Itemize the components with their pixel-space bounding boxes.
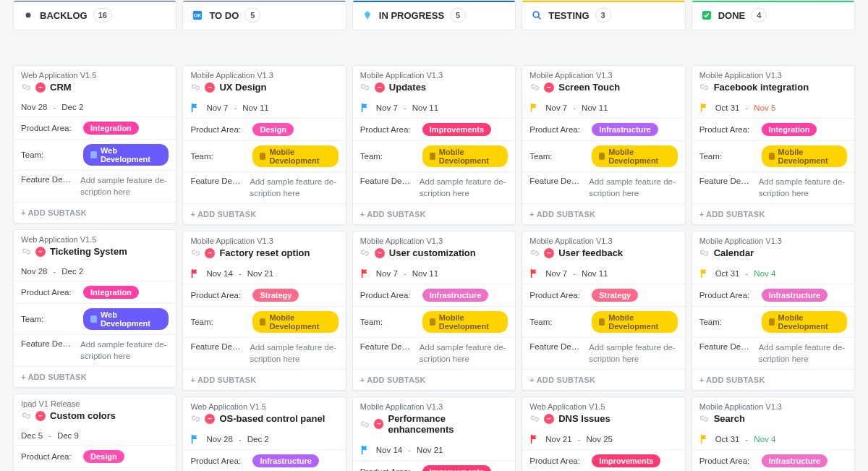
flag-icon[interactable] bbox=[360, 103, 370, 113]
flag-icon[interactable] bbox=[360, 268, 370, 279]
priority-minus-icon[interactable]: − bbox=[544, 82, 554, 93]
date-range[interactable]: Dec 5 - Dec 9 bbox=[21, 431, 169, 440]
date-range[interactable]: Oct 31 - Nov 5 bbox=[699, 103, 847, 113]
product-area-pill[interactable]: Infrastructure bbox=[592, 123, 658, 136]
column-header[interactable]: DONE 4 bbox=[692, 0, 855, 30]
flag-icon[interactable] bbox=[699, 268, 710, 279]
flag-icon[interactable] bbox=[699, 434, 710, 444]
team-pill[interactable]: Mobile Development bbox=[422, 311, 508, 333]
priority-minus-icon[interactable]: − bbox=[544, 414, 554, 424]
priority-minus-icon[interactable]: − bbox=[35, 247, 46, 257]
add-subtask-button[interactable]: + ADD SUBTASK bbox=[692, 370, 854, 390]
product-area-pill[interactable]: Integration bbox=[762, 123, 817, 136]
product-area-pill[interactable]: Improvements bbox=[422, 123, 491, 136]
team-pill[interactable]: Web Development bbox=[83, 144, 169, 166]
date-range[interactable]: Nov 14 - Nov 21 bbox=[190, 268, 338, 279]
add-subtask-button[interactable]: + ADD SUBTASK bbox=[522, 204, 684, 224]
kanban-card[interactable]: Mobile Application V1.3 − Screen Touch N… bbox=[522, 65, 685, 225]
date-range[interactable]: Oct 31 - Nov 4 bbox=[699, 434, 847, 444]
kanban-card[interactable]: Mobile Application V1.3 − Factory reset … bbox=[182, 231, 346, 391]
priority-minus-icon[interactable]: − bbox=[35, 82, 46, 93]
product-area-pill[interactable]: Infrastructure bbox=[762, 454, 828, 467]
date-range[interactable]: Nov 7 - Nov 11 bbox=[190, 103, 338, 113]
priority-minus-icon[interactable]: − bbox=[375, 248, 385, 258]
team-pill[interactable]: Mobile Development bbox=[592, 311, 677, 333]
flag-icon[interactable] bbox=[529, 268, 540, 279]
add-subtask-button[interactable]: + ADD SUBTASK bbox=[14, 367, 176, 387]
kanban-card[interactable]: Web Application V1.5 − OS-based control … bbox=[182, 396, 346, 471]
flag-icon[interactable] bbox=[190, 434, 200, 444]
date-range[interactable]: Nov 7 - Nov 11 bbox=[529, 103, 677, 113]
column-header[interactable]: OK TO DO 5 bbox=[182, 0, 346, 30]
priority-minus-icon[interactable]: − bbox=[205, 248, 215, 258]
kanban-card[interactable]: Mobile Application V1.3 Facebook integra… bbox=[692, 65, 855, 225]
team-pill[interactable]: Mobile Development bbox=[252, 311, 338, 333]
product-area-pill[interactable]: Improvements bbox=[422, 465, 491, 471]
date-range[interactable]: Nov 7 - Nov 11 bbox=[360, 103, 508, 113]
date-range[interactable]: Nov 28 - Dec 2 bbox=[21, 103, 169, 111]
feature-desc-placeholder[interactable]: Add sample feature de- scription here bbox=[420, 177, 508, 199]
kanban-card[interactable]: Mobile Application V1.3 − Updates Nov 7 … bbox=[352, 65, 516, 225]
priority-minus-icon[interactable]: − bbox=[544, 248, 554, 258]
date-range[interactable]: Nov 14 - Nov 21 bbox=[360, 445, 508, 455]
product-area-pill[interactable]: Integration bbox=[83, 286, 139, 299]
add-subtask-button[interactable]: + ADD SUBTASK bbox=[353, 204, 515, 224]
add-subtask-button[interactable]: + ADD SUBTASK bbox=[183, 370, 345, 390]
product-area-pill[interactable]: Integration bbox=[83, 122, 139, 135]
product-area-pill[interactable]: Strategy bbox=[592, 289, 638, 302]
product-area-pill[interactable]: Design bbox=[252, 123, 294, 136]
priority-minus-icon[interactable]: − bbox=[35, 411, 46, 421]
flag-icon[interactable] bbox=[699, 103, 710, 113]
flag-icon[interactable] bbox=[529, 103, 540, 113]
flag-icon[interactable] bbox=[529, 434, 540, 444]
product-area-pill[interactable]: Infrastructure bbox=[422, 289, 489, 302]
team-pill[interactable]: Mobile Development bbox=[762, 145, 847, 167]
feature-desc-placeholder[interactable]: Add sample feature de- scription here bbox=[589, 177, 677, 199]
column-header[interactable]: TESTING 3 bbox=[522, 0, 685, 30]
flag-icon[interactable] bbox=[360, 445, 370, 455]
team-pill[interactable]: Web Development bbox=[83, 308, 169, 330]
date-range[interactable]: Nov 21 - Nov 25 bbox=[529, 434, 677, 444]
team-pill[interactable]: Mobile Development bbox=[592, 145, 677, 167]
kanban-card[interactable]: Mobile Application V1.3 − User customiza… bbox=[352, 231, 516, 391]
feature-desc-placeholder[interactable]: Add sample feature de- scription here bbox=[759, 177, 847, 199]
product-area-pill[interactable]: Improvements bbox=[592, 454, 660, 467]
add-subtask-button[interactable]: + ADD SUBTASK bbox=[14, 203, 176, 223]
product-area-pill[interactable]: Design bbox=[83, 450, 124, 463]
kanban-card[interactable]: Web Application V1.5 − DNS Issues Nov 21… bbox=[522, 396, 685, 471]
priority-minus-icon[interactable]: − bbox=[205, 414, 215, 424]
kanban-card[interactable]: Mobile Application V1.3 − User feedback … bbox=[522, 231, 685, 391]
add-subtask-button[interactable]: + ADD SUBTASK bbox=[183, 204, 345, 224]
date-range[interactable]: Nov 28 - Dec 2 bbox=[21, 267, 169, 276]
team-pill[interactable]: Mobile Development bbox=[762, 311, 847, 333]
team-pill[interactable]: Mobile Development bbox=[422, 145, 508, 167]
product-area-pill[interactable]: Infrastructure bbox=[762, 289, 828, 302]
feature-desc-placeholder[interactable]: Add sample feature de- scription here bbox=[759, 342, 847, 365]
kanban-card[interactable]: Ipad V1 Release − Custom colors Dec 5 - … bbox=[13, 394, 176, 471]
feature-desc-placeholder[interactable]: Add sample feature de- scription here bbox=[250, 342, 338, 365]
priority-minus-icon[interactable]: − bbox=[374, 419, 383, 429]
date-range[interactable]: Oct 31 - Nov 4 bbox=[699, 268, 847, 279]
priority-minus-icon[interactable]: − bbox=[205, 82, 215, 93]
add-subtask-button[interactable]: + ADD SUBTASK bbox=[522, 370, 684, 390]
flag-icon[interactable] bbox=[190, 103, 200, 113]
date-range[interactable]: Nov 7 - Nov 11 bbox=[529, 268, 677, 279]
flag-icon[interactable] bbox=[190, 268, 200, 279]
column-header[interactable]: IN PROGRESS 5 bbox=[352, 0, 516, 30]
date-range[interactable]: Nov 7 - Nov 11 bbox=[360, 268, 508, 279]
column-header[interactable]: BACKLOG 16 bbox=[13, 0, 176, 30]
kanban-card[interactable]: Mobile Application V1.3 − UX Design Nov … bbox=[182, 65, 346, 225]
kanban-card[interactable]: Web Application V1.5 − Ticketing System … bbox=[13, 229, 176, 388]
kanban-card[interactable]: Mobile Application V1.3 Calendar Oct 31 … bbox=[692, 231, 855, 391]
product-area-pill[interactable]: Infrastructure bbox=[252, 454, 319, 467]
kanban-card[interactable]: Mobile Application V1.3 Search Oct 31 - … bbox=[692, 396, 855, 471]
priority-minus-icon[interactable]: − bbox=[375, 82, 385, 93]
product-area-pill[interactable]: Strategy bbox=[252, 289, 299, 302]
kanban-card[interactable]: Mobile Application V1.3 − Performance en… bbox=[352, 396, 516, 471]
kanban-card[interactable]: Web Application V1.5 − CRM Nov 28 - Dec … bbox=[13, 65, 176, 224]
feature-desc-placeholder[interactable]: Add sample feature de- scription here bbox=[589, 342, 677, 365]
add-subtask-button[interactable]: + ADD SUBTASK bbox=[692, 204, 854, 224]
team-pill[interactable]: Mobile Development bbox=[252, 145, 338, 167]
date-range[interactable]: Nov 28 - Dec 2 bbox=[190, 434, 338, 444]
feature-desc-placeholder[interactable]: Add sample feature de- scription here bbox=[80, 339, 169, 362]
